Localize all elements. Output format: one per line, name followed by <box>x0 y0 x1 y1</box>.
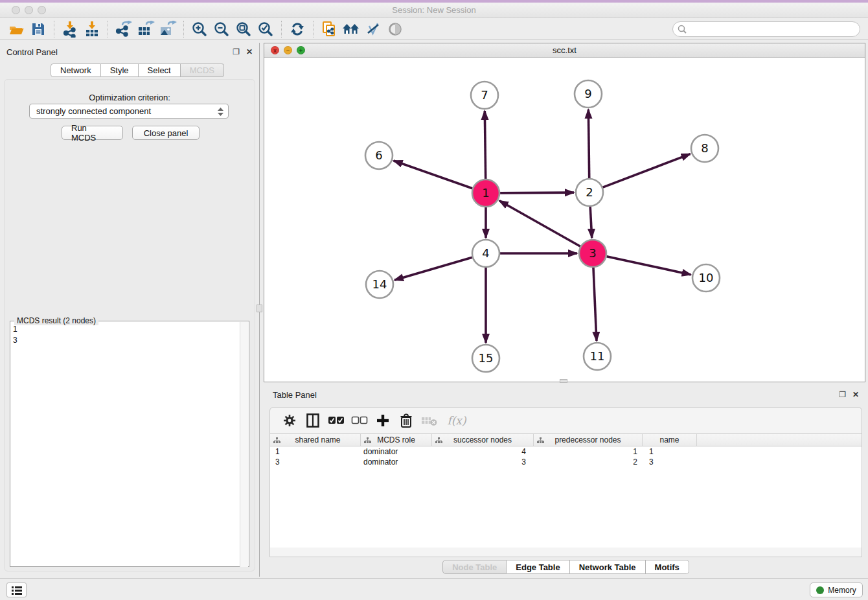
mcds-result-title: MCDS result (2 nodes) <box>14 316 98 325</box>
show-columns-button[interactable] <box>301 410 325 431</box>
edge-1-7[interactable] <box>485 111 485 179</box>
close-table-panel-icon[interactable]: ✕ <box>852 390 859 399</box>
delete-column-button[interactable] <box>394 410 418 431</box>
column-type-icon <box>435 437 442 444</box>
edge-3-10[interactable] <box>606 257 691 275</box>
save-icon <box>30 21 47 38</box>
birds-eye-view-button[interactable] <box>384 19 406 39</box>
tab-motifs[interactable]: Motifs <box>646 560 689 574</box>
zoom-fit-button[interactable] <box>233 19 255 39</box>
edge-1-6[interactable] <box>394 161 473 189</box>
edge-3-11[interactable] <box>593 268 597 341</box>
deselect-all-columns-button[interactable] <box>348 410 371 431</box>
network-canvas[interactable]: 7968124314101511 <box>264 58 865 382</box>
network-resize-grip[interactable] <box>560 379 567 383</box>
zoom-in-button[interactable] <box>188 19 211 39</box>
memory-button[interactable]: Memory <box>810 583 863 597</box>
tab-mcds[interactable]: MCDS <box>181 63 224 77</box>
zoom-selected-button[interactable] <box>255 19 277 39</box>
table-body: 1dominator4113dominator323 <box>270 446 862 467</box>
table-cell[interactable]: 1 <box>643 446 697 457</box>
table-cell[interactable]: 1 <box>270 446 361 457</box>
tab-edge-table[interactable]: Edge Table <box>507 560 569 574</box>
edge-3-1[interactable] <box>499 201 580 246</box>
zoom-in-icon <box>191 21 208 38</box>
select-all-columns-button[interactable] <box>325 410 348 431</box>
edge-2-9[interactable] <box>588 110 589 178</box>
column-header-mcds-role[interactable]: MCDS role <box>361 434 432 446</box>
control-panel-title: Control Panel <box>6 47 58 57</box>
tab-network[interactable]: Network <box>51 63 101 77</box>
column-header-predecessor-nodes[interactable]: predecessor nodes <box>534 434 643 446</box>
zoom-out-icon <box>213 21 230 38</box>
apply-function-button[interactable]: f(x) <box>441 410 472 431</box>
window-titlebar: Session: New Session <box>0 3 868 18</box>
import-network-button[interactable] <box>59 19 81 39</box>
network-maximize-button[interactable]: + <box>297 46 305 54</box>
table-row[interactable]: 3dominator323 <box>270 457 862 467</box>
save-session-button[interactable] <box>27 19 49 39</box>
first-neighbors-button[interactable] <box>340 19 362 39</box>
column-header-successor-nodes[interactable]: successor nodes <box>432 434 534 446</box>
automation-panel-button[interactable] <box>6 583 27 597</box>
window-zoom-button[interactable] <box>38 6 46 14</box>
network-close-button[interactable]: x <box>271 46 279 54</box>
close-panel-button[interactable]: Close panel <box>132 126 200 140</box>
column-type-icon <box>537 437 544 444</box>
add-column-button[interactable] <box>371 410 394 431</box>
table-cell[interactable]: 1 <box>534 446 643 457</box>
table-options-button[interactable] <box>278 410 301 431</box>
panel-splitter[interactable] <box>259 43 262 577</box>
search-input[interactable] <box>672 21 860 37</box>
column-header-name[interactable]: name <box>643 434 697 446</box>
tab-network-table[interactable]: Network Table <box>570 560 646 574</box>
zoom-selected-icon <box>257 21 274 38</box>
window-close-button[interactable] <box>12 6 20 14</box>
edge-2-3[interactable] <box>590 207 592 238</box>
zoom-out-button[interactable] <box>211 19 233 39</box>
open-session-button[interactable] <box>5 19 27 39</box>
criterion-select[interactable]: strongly connected component <box>29 104 229 119</box>
delete-table-button[interactable] <box>418 410 441 431</box>
graph-node-label-2: 2 <box>586 185 593 199</box>
new-network-from-selection-button[interactable] <box>318 19 340 39</box>
refresh-icon <box>289 21 306 38</box>
window-minimize-button[interactable] <box>25 6 33 14</box>
edge-4-14[interactable] <box>394 257 472 280</box>
apply-layout-button[interactable] <box>286 19 308 39</box>
table-cell[interactable]: 2 <box>534 457 643 467</box>
memory-label: Memory <box>828 586 856 595</box>
graphics-details-icon <box>365 21 382 38</box>
export-image-button[interactable] <box>157 19 179 39</box>
tab-node-table[interactable]: Node Table <box>442 560 507 574</box>
table-cell[interactable]: 3 <box>643 457 697 467</box>
plus-icon <box>376 413 390 428</box>
export-network-button[interactable] <box>113 19 135 39</box>
splitter-grip[interactable] <box>257 305 262 312</box>
export-table-button[interactable] <box>135 19 157 39</box>
float-table-panel-icon[interactable]: ❐ <box>839 390 846 399</box>
table-cell[interactable]: 4 <box>432 446 534 457</box>
column-header-shared-name[interactable]: shared name <box>270 434 361 446</box>
hide-graphics-details-button[interactable] <box>362 19 384 39</box>
edge-2-8[interactable] <box>603 154 691 188</box>
window-title: Session: New Session <box>0 3 868 18</box>
tab-select[interactable]: Select <box>139 63 181 77</box>
memory-status-dot <box>816 586 824 594</box>
tab-style[interactable]: Style <box>101 63 139 77</box>
table-cell[interactable]: 3 <box>432 457 534 467</box>
network-minimize-button[interactable]: − <box>284 46 292 54</box>
float-panel-icon[interactable]: ❐ <box>233 47 240 56</box>
columns-icon <box>306 413 320 428</box>
eye-view-icon <box>387 21 404 38</box>
run-mcds-button[interactable]: Run MCDS <box>62 126 123 140</box>
edge-1-2[interactable] <box>500 192 574 193</box>
table-row[interactable]: 1dominator411 <box>270 446 862 457</box>
search-box <box>672 21 860 37</box>
result-scrollbar[interactable] <box>240 322 248 567</box>
import-table-button[interactable] <box>81 19 103 39</box>
table-cell[interactable]: 3 <box>270 457 361 467</box>
table-cell[interactable]: dominator <box>361 446 432 457</box>
table-cell[interactable]: dominator <box>361 457 432 467</box>
close-panel-icon[interactable]: ✕ <box>246 47 253 56</box>
